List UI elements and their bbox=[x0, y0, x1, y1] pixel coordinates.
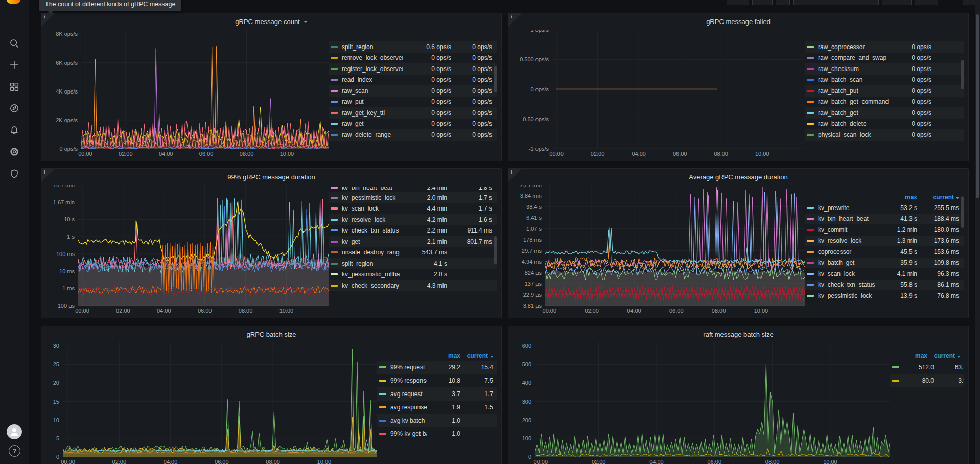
plot-area[interactable]: 00:0002:0004:0006:0008:0010:00 bbox=[535, 342, 890, 457]
legend-series-name[interactable]: kv_resolve_lock bbox=[818, 237, 880, 244]
plot-area[interactable]: 00:0002:0004:0006:0008:0010:00 bbox=[552, 30, 805, 149]
toolbar-button[interactable] bbox=[752, 0, 773, 5]
legend-series-name[interactable]: coprocessor bbox=[818, 248, 880, 256]
time-series-chart[interactable] bbox=[78, 185, 329, 306]
info-corner-icon[interactable]: i bbox=[41, 13, 55, 27]
panel-header[interactable]: raft message batch size bbox=[508, 326, 968, 342]
legend-header-max[interactable]: max bbox=[427, 352, 460, 359]
legend-value-max: 13.9 s bbox=[880, 292, 917, 299]
legend-value-max: 2.0 s bbox=[400, 271, 447, 278]
legend-value-current: 153.6 ms bbox=[917, 248, 959, 256]
time-series-chart[interactable] bbox=[552, 30, 805, 149]
panel-header[interactable]: 99% gRPC message duration bbox=[41, 169, 501, 185]
explore-compass-icon[interactable] bbox=[0, 99, 29, 118]
legend-series-name[interactable]: split_region bbox=[342, 43, 403, 51]
plot-area[interactable]: 00:0002:0004:0006:0008:0010:00 bbox=[63, 342, 377, 457]
legend-scrollbar[interactable] bbox=[961, 60, 964, 89]
info-corner-icon[interactable]: i bbox=[41, 169, 55, 182]
toolbar-button[interactable] bbox=[727, 0, 749, 5]
plot-area[interactable]: 00:0002:0004:0006:0008:0010:00 bbox=[78, 185, 329, 306]
panel-header[interactable]: gRPC batch size bbox=[41, 326, 501, 342]
legend: split_region0.6 ops/s0 ops/sremove_lock_… bbox=[329, 41, 497, 159]
refresh-button[interactable] bbox=[915, 0, 938, 5]
toolbar-button[interactable] bbox=[776, 0, 790, 5]
legend-series-name[interactable]: kv_commit bbox=[818, 226, 880, 234]
plot-area[interactable]: 00:0002:0004:0006:0008:0010:00 bbox=[545, 185, 805, 306]
legend-series-name[interactable]: read_index bbox=[342, 76, 403, 83]
legend-series-name[interactable]: raw_batch_get_command bbox=[818, 98, 889, 105]
legend-header-max[interactable]: max bbox=[880, 194, 917, 201]
legend-series-name[interactable]: raw_get_key_ttl bbox=[342, 109, 403, 117]
legend-series-name[interactable]: raw_put bbox=[342, 98, 403, 105]
legend-series-name[interactable]: avg kv batch bbox=[390, 417, 427, 424]
legend-header-max[interactable]: max bbox=[897, 352, 927, 359]
legend-series-name[interactable]: kv_batch_get bbox=[818, 259, 880, 266]
legend-series-name[interactable]: kv_check_txn_status bbox=[342, 227, 400, 234]
legend-header-current[interactable]: current bbox=[927, 352, 960, 359]
legend-series-name[interactable]: raw_batch_scan bbox=[818, 76, 889, 83]
plot-area[interactable]: 00:0002:0004:0006:0008:0010:00 bbox=[81, 30, 329, 149]
legend-series-name[interactable]: raw_batch_delete bbox=[818, 120, 889, 127]
legend-series-name[interactable]: split_region bbox=[342, 260, 400, 267]
legend-series-name[interactable]: kv_pessimistic_lock bbox=[342, 194, 400, 201]
legend-series-name[interactable]: raw_scan bbox=[342, 87, 403, 95]
legend-series-name[interactable]: kv_prewrite bbox=[818, 204, 880, 212]
legend-series-name[interactable]: kv_pessimistic_lock bbox=[818, 292, 880, 299]
configuration-gear-icon[interactable] bbox=[0, 143, 29, 161]
panel-header[interactable]: Average gRPC message duration bbox=[508, 169, 968, 185]
legend-series-name[interactable]: raw_batch_put bbox=[818, 87, 889, 95]
legend-scrollbar[interactable] bbox=[961, 196, 964, 228]
time-series-chart[interactable] bbox=[535, 342, 890, 457]
legend-scrollbar[interactable] bbox=[494, 66, 497, 92]
legend-series-name[interactable]: unsafe_destroy_range bbox=[342, 249, 400, 256]
legend-series-name[interactable]: kv_txn_heart_beat bbox=[342, 187, 400, 191]
legend-scrollbar[interactable] bbox=[494, 236, 497, 264]
legend-series-name[interactable]: avg response bbox=[390, 404, 427, 411]
legend-series-name[interactable]: kv_txn_heart_beat bbox=[818, 215, 880, 222]
legend-series-name[interactable]: remove_lock_observer bbox=[342, 54, 403, 61]
legend-swatch bbox=[807, 240, 814, 242]
grafana-logo-icon[interactable] bbox=[7, 0, 20, 4]
legend-header-current[interactable]: current bbox=[460, 352, 493, 359]
panel-header[interactable]: gRPC message count bbox=[41, 13, 501, 30]
legend-swatch bbox=[379, 406, 386, 408]
alerting-bell-icon[interactable] bbox=[0, 121, 29, 140]
legend-series-name[interactable]: kv_pessimistic_rollback bbox=[342, 271, 400, 278]
time-series-chart[interactable] bbox=[545, 185, 805, 306]
time-series-chart[interactable] bbox=[63, 342, 377, 457]
search-icon[interactable] bbox=[0, 34, 29, 53]
legend-series-name[interactable]: 99% kv get batch bbox=[390, 430, 427, 437]
info-corner-icon[interactable]: i bbox=[508, 13, 522, 27]
legend-value-max: 41.3 s bbox=[880, 215, 917, 222]
dashboards-icon[interactable] bbox=[0, 78, 29, 96]
legend-series-name[interactable]: kv_check_txn_status bbox=[818, 281, 880, 288]
page-scrollbar-thumb[interactable] bbox=[976, 14, 979, 198]
time-range-picker[interactable] bbox=[793, 0, 879, 5]
info-corner-icon[interactable]: i bbox=[508, 169, 522, 182]
legend-series-name[interactable]: raw_checksum bbox=[818, 65, 889, 73]
page-scrollbar[interactable] bbox=[975, 0, 980, 464]
legend-series-name[interactable]: register_lock_observer bbox=[342, 65, 403, 73]
legend-series-name[interactable]: raw_coprocessor bbox=[818, 43, 889, 51]
panel-header[interactable]: gRPC message failed bbox=[508, 13, 968, 30]
legend-header-current[interactable]: current bbox=[917, 194, 959, 201]
legend-series-name[interactable]: kv_scan_lock bbox=[342, 205, 400, 212]
legend-series-name[interactable]: raw_delete_range bbox=[342, 131, 403, 138]
legend-series-name[interactable]: raw_batch_get bbox=[818, 109, 889, 117]
legend-series-name[interactable]: kv_get bbox=[342, 238, 400, 245]
help-icon[interactable]: ? bbox=[9, 445, 20, 457]
server-admin-shield-icon[interactable] bbox=[0, 165, 29, 183]
legend-series-name[interactable]: raw_compare_and_swap bbox=[818, 54, 889, 61]
legend-series-name[interactable]: 99% request bbox=[390, 364, 427, 371]
legend-series-name[interactable]: physical_scan_lock bbox=[818, 131, 889, 138]
user-avatar[interactable] bbox=[7, 424, 22, 439]
legend-series-name[interactable]: avg request bbox=[390, 390, 427, 398]
legend-series-name[interactable]: raw_get bbox=[342, 120, 403, 127]
toolbar-button[interactable] bbox=[882, 0, 912, 5]
create-plus-icon[interactable] bbox=[0, 56, 29, 74]
legend-series-name[interactable]: 99% response bbox=[390, 377, 427, 384]
legend-series-name[interactable]: kv_check_secondary_locks bbox=[342, 282, 400, 289]
legend-series-name[interactable]: kv_resolve_lock bbox=[342, 216, 400, 223]
time-series-chart[interactable] bbox=[81, 30, 329, 149]
legend-series-name[interactable]: kv_scan_lock bbox=[818, 270, 880, 277]
